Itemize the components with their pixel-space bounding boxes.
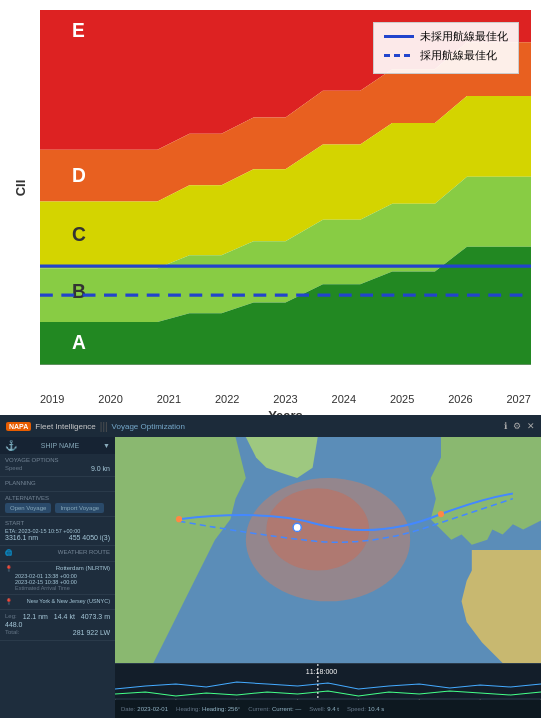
leg-row2: 448.0 [5, 621, 110, 628]
swell-value: 9.4 t [327, 706, 339, 712]
legend-solid-label: 未採用航線最佳化 [420, 29, 508, 44]
distance-value: 3316.1 nm [5, 534, 38, 541]
chart-area: CII E D C B A 2019 [40, 10, 531, 365]
leg-total-label: Total: [5, 629, 19, 636]
heading-status: Heading: Heading: 256° [176, 706, 240, 712]
map-statusbar: Date: 2023-02-01 Heading: Heading: 256° … [115, 700, 541, 718]
planning-section: PLANNING [0, 477, 115, 492]
fleet-intelligence-text: Fleet Intelligence [35, 422, 95, 431]
arrival-label: Estimated Arrival Time [15, 585, 110, 591]
destination-header: 📍 New York & New Jersey (USNYC) [5, 598, 110, 605]
x-label-2021: 2021 [157, 393, 181, 405]
chevron-icon: ▼ [103, 442, 110, 449]
ship-icon: ⚓ [5, 440, 17, 451]
grade-a-label: A [72, 332, 86, 353]
chart-legend: 未採用航線最佳化 採用航線最佳化 [373, 22, 519, 74]
x-label-2027: 2027 [507, 393, 531, 405]
map-sidebar: ⚓ SHIP NAME ▼ VOYAGE OPTIONS Speed 9.0 k… [0, 437, 115, 718]
leg-row1: Leg: 12.1 nm 14.4 kt 4073.3 m [5, 613, 110, 620]
close-icon: ✕ [527, 421, 535, 431]
voyage-optimization-label: Voyage Optimization [112, 422, 185, 431]
voyage-options-title: VOYAGE OPTIONS [5, 457, 110, 463]
leg-duration-label: Leg: [5, 613, 17, 620]
leg-total-row: Total: 281 922 LW [5, 629, 110, 636]
sidebar-ship-header: ⚓ SHIP NAME ▼ [0, 437, 115, 454]
separator: ||| [100, 421, 108, 432]
svg-point-9 [293, 523, 301, 531]
x-axis-labels: 2019 2020 2021 2022 2023 2024 2025 2026 … [40, 393, 531, 405]
weather-route-title: WEATHER ROUTE [58, 549, 110, 555]
legend-solid: 未採用航線最佳化 [384, 29, 508, 44]
svg-point-10 [438, 511, 444, 517]
speed-status-label: Speed: [347, 706, 366, 712]
destination-section: 📍 New York & New Jersey (USNYC) [0, 595, 115, 610]
svg-text:11:18:000: 11:18:000 [306, 668, 338, 675]
weather-route-section: 🌐 WEATHER ROUTE [0, 546, 115, 562]
legend-dashed-line [384, 54, 414, 57]
ship-name: SHIP NAME [41, 442, 79, 449]
leg-section: Leg: 12.1 nm 14.4 kt 4073.3 m 448.0 Tota… [0, 610, 115, 641]
leg-total: 281 922 LW [73, 629, 110, 636]
weather-header: 🌐 WEATHER ROUTE [5, 549, 110, 557]
departure-icon: 📍 [5, 565, 12, 572]
map-svg [115, 437, 541, 663]
x-label-2025: 2025 [390, 393, 414, 405]
x-label-2026: 2026 [448, 393, 472, 405]
current-value: Current: — [272, 706, 301, 712]
y-axis-label: CII [13, 179, 28, 196]
departure-port: Rotterdam (NLRTM) [56, 565, 110, 572]
legend-dashed-label: 採用航線最佳化 [420, 48, 497, 63]
leg-duration: 12.1 nm [23, 613, 48, 620]
grade-e-label: E [72, 20, 85, 41]
map-area [115, 437, 541, 663]
date-label: Date: [121, 706, 135, 712]
timeline-svg: 11:18:000 [115, 664, 541, 704]
alternatives-title: ALTERNATIVES [5, 495, 110, 501]
start-label: START [5, 520, 110, 526]
import-voyage-button[interactable]: Import Voyage [55, 503, 104, 513]
open-voyage-button[interactable]: Open Voyage [5, 503, 51, 513]
weather-icon: 🌐 [5, 549, 12, 557]
destination-icon: 📍 [5, 598, 12, 605]
speed-row: Speed 9.0 kn [5, 465, 110, 472]
grade-c-label: C [72, 224, 86, 245]
legend-dashed: 採用航線最佳化 [384, 48, 508, 63]
departure-section: 📍 Rotterdam (NLRTM) 2023-02-01 13:38 +00… [0, 562, 115, 595]
alternatives-section: ALTERNATIVES Open Voyage Import Voyage [0, 492, 115, 517]
leg-value: 448.0 [5, 621, 23, 628]
x-label-2019: 2019 [40, 393, 64, 405]
map-timeline: 11:18:000 Date: 2023-02-01 Heading: Head… [115, 663, 541, 718]
speed-status: Speed: 10.4 s [347, 706, 384, 712]
speed-label: Speed [5, 465, 22, 472]
x-label-2023: 2023 [273, 393, 297, 405]
grade-d-label: D [72, 165, 86, 186]
napa-logo-group: NAPA Fleet Intelligence [6, 422, 96, 431]
topbar-right: ℹ ⚙ ✕ [504, 421, 535, 431]
heading-value: Heading: 256° [202, 706, 240, 712]
speed-value: 9.0 kn [91, 465, 110, 472]
current-label: Current: [248, 706, 270, 712]
swell-label: Swell: [309, 706, 325, 712]
departure-header: 📍 Rotterdam (NLRTM) [5, 565, 110, 572]
map-section: NAPA Fleet Intelligence ||| Voyage Optim… [0, 415, 541, 718]
leg-eco: 14.4 kt [54, 613, 75, 620]
time-value: 455 4050 i(3) [69, 534, 110, 541]
planning-title: PLANNING [5, 480, 110, 486]
voyage-options-section: VOYAGE OPTIONS Speed 9.0 kn [0, 454, 115, 477]
leg-dist2: 4073.3 m [81, 613, 110, 620]
date-status: Date: 2023-02-01 [121, 706, 168, 712]
route-info-section: START ETA: 2023-02-15 10:57 +00:00 3316.… [0, 517, 115, 546]
destination-port: New York & New Jersey (USNYC) [27, 598, 110, 605]
date-value: 2023-02-01 [137, 706, 168, 712]
distance-row: 3316.1 nm 455 4050 i(3) [5, 534, 110, 541]
speed-status-value: 10.4 s [368, 706, 384, 712]
x-label-2022: 2022 [215, 393, 239, 405]
map-topbar: NAPA Fleet Intelligence ||| Voyage Optim… [0, 415, 541, 437]
grade-b-label: B [72, 281, 86, 302]
svg-point-11 [176, 516, 182, 522]
napa-logo: NAPA [6, 422, 31, 431]
x-label-2020: 2020 [98, 393, 122, 405]
current-status: Current: Current: — [248, 706, 301, 712]
swell-status: Swell: 9.4 t [309, 706, 339, 712]
chart-section: CII E D C B A 2019 [0, 0, 541, 415]
